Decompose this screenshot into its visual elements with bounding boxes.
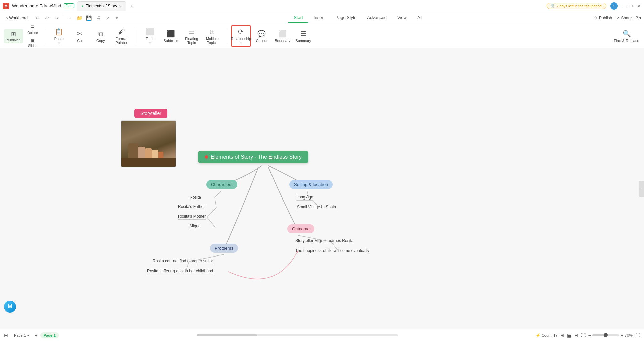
leaf-childhood[interactable]: Rosita suffering a lot in her childhood (147, 269, 213, 274)
sidebar-toggle[interactable]: ‹ (639, 181, 644, 197)
canvas[interactable]: Storyteller Elements of Story - The Endl… (0, 48, 644, 329)
tab-page-style[interactable]: Page Style (330, 13, 362, 23)
window-controls: — □ ✕ (622, 4, 641, 8)
slides-icon: ▣ (30, 38, 35, 43)
tab-ai[interactable]: AI (412, 13, 427, 23)
avatar[interactable]: S (610, 2, 618, 10)
topic-button[interactable]: ⬜ Topic ▾ (140, 26, 160, 46)
fit-icon[interactable]: ⊞ (560, 333, 564, 338)
cut-button[interactable]: ✂ Cut (70, 27, 90, 46)
tab-close[interactable]: ✕ (119, 4, 122, 8)
save-button[interactable]: 💾 (85, 14, 93, 22)
count-icon: ⚡ (536, 333, 541, 338)
main-node[interactable]: Elements of Story - The Endless Story (198, 151, 308, 163)
leaf-long-ago[interactable]: Long Ago (296, 195, 313, 201)
multiple-topics-icon: ⊞ (209, 27, 215, 36)
mindmap-icon: ⊞ (11, 30, 16, 38)
page-add-icon[interactable]: + (35, 333, 38, 338)
copy-icon: ⧉ (98, 30, 103, 38)
relationship-button[interactable]: ⟳ Relationship ▾ (231, 25, 251, 47)
workbench-button[interactable]: ⌂ Workbench (3, 14, 32, 22)
callout-button[interactable]: 💬 Callout (252, 27, 272, 46)
zoom-thumb[interactable] (604, 333, 608, 337)
expand-icon[interactable]: ⛶ (635, 333, 640, 338)
setting-label: Setting & location (294, 182, 328, 187)
problems-branch[interactable]: Problems (210, 244, 238, 253)
undo-button[interactable]: ↩ (34, 14, 42, 22)
characters-branch[interactable]: Characters (206, 180, 237, 189)
zoom-in-icon[interactable]: + (621, 333, 623, 338)
cut-icon: ✂ (77, 30, 83, 38)
leaf-mother[interactable]: Rosita's Mother (178, 214, 206, 220)
tab-label: Elements of Story (86, 4, 117, 8)
floating-topic-button[interactable]: ▭ Floating Topic (182, 26, 202, 46)
leaf-suitor[interactable]: Rosita can not find a proper suitor (153, 259, 213, 264)
open-button[interactable]: 📁 (76, 14, 84, 22)
redo-button[interactable]: ↪ (52, 14, 60, 22)
trial-badge: 🛒 2 days left in the trial period. (547, 3, 606, 9)
svg-line-2 (207, 208, 216, 217)
outline-view-button[interactable]: ☰ Outline (24, 23, 41, 36)
boundary-button[interactable]: ⬜ Boundary (273, 27, 293, 46)
format-painter-icon: 🖌 (118, 28, 125, 36)
multiple-topics-button[interactable]: ⊞ Multiple Topics (202, 26, 222, 46)
zoom-control: − + 70% (588, 333, 633, 338)
tab-elements-of-story[interactable]: ● Elements of Story ✕ (77, 1, 126, 11)
tab-advanced[interactable]: Advanced (362, 13, 392, 23)
layout-icon[interactable]: ▣ (567, 333, 572, 338)
share-button[interactable]: ↗ Share (616, 16, 632, 20)
topic-arrow: ▾ (149, 42, 151, 45)
page-1-tab[interactable]: Page-1 ▾ (11, 332, 32, 338)
undo-button2[interactable]: ↩ (43, 14, 51, 22)
leaf-marries[interactable]: Storyteller Miguel marries Rosita (295, 238, 353, 244)
help-button[interactable]: ? ▾ (636, 16, 641, 20)
more-button[interactable]: ▾ (113, 14, 121, 22)
edit-group: 📋 Paste ▾ ✂ Cut ⧉ Copy 🖌 Format Painter (49, 26, 132, 46)
active-page-tab[interactable]: Page-1 (40, 332, 59, 338)
leaf-father[interactable]: Rosita's Father (178, 204, 205, 210)
paste-button[interactable]: 📋 Paste ▾ (49, 26, 69, 46)
app-logo: M (3, 3, 9, 9)
export-button[interactable]: ↗ (104, 14, 112, 22)
grid-icon[interactable]: ⊟ (574, 333, 578, 338)
count-badge: ⚡ Count: 17 (536, 333, 558, 338)
leaf-rosita[interactable]: Rosita (190, 195, 201, 201)
subtopic-icon: ⬛ (166, 30, 175, 38)
maximize-button[interactable]: □ (629, 4, 634, 8)
mindmap-view-button[interactable]: ⊞ MindMap (4, 29, 23, 43)
find-replace-button[interactable]: 🔍 Find & Replace (613, 27, 640, 46)
print-button[interactable]: 🖨 (94, 14, 102, 22)
menu-right: ✈ Publish ↗ Share ? ▾ (594, 16, 641, 20)
setting-branch[interactable]: Setting & location (289, 180, 333, 189)
zoom-out-icon[interactable]: − (588, 333, 591, 338)
storyteller-node[interactable]: Storyteller (134, 109, 167, 118)
close-button[interactable]: ✕ (637, 4, 641, 8)
subtopic-button[interactable]: ⬛ Subtopic (161, 27, 181, 46)
format-painter-button[interactable]: 🖌 Format Painter (111, 26, 132, 46)
leaf-village[interactable]: Small Village in Spain (297, 205, 336, 210)
outline-icon: ☰ (30, 25, 35, 30)
leaf-miguel[interactable]: Miguel (190, 224, 201, 229)
minimize-button[interactable]: — (622, 4, 627, 8)
tab-add-button[interactable]: + (128, 2, 136, 10)
publish-button[interactable]: ✈ Publish (594, 16, 612, 20)
status-bar: ⊞ Page-1 ▾ + Page-1 ⚡ Count: 17 ⊞ ▣ ⊟ ⛶ … (0, 329, 644, 341)
zoom-slider[interactable] (592, 334, 619, 336)
leaf-happiness[interactable]: The happiness of life will come eventual… (295, 248, 369, 254)
relationship-icon: ⟳ (238, 27, 244, 36)
title-bar-right: 🛒 2 days left in the trial period. S — □… (547, 2, 641, 10)
horizontal-scrollbar[interactable] (197, 334, 398, 336)
slides-view-button[interactable]: ▣ Slides (25, 37, 40, 49)
story-image[interactable] (121, 120, 176, 167)
new-button[interactable]: + (66, 14, 74, 22)
outcome-branch[interactable]: Outcome (287, 224, 314, 233)
tab-start[interactable]: Start (288, 13, 308, 23)
tab-insert[interactable]: Insert (308, 13, 330, 23)
summary-button[interactable]: ☰ Summary (293, 27, 313, 46)
copy-button[interactable]: ⧉ Copy (91, 27, 111, 46)
page-dropdown-icon: ▾ (27, 334, 29, 337)
scrollbar-thumb[interactable] (197, 334, 257, 336)
fullscreen-icon[interactable]: ⛶ (581, 333, 586, 338)
tab-view[interactable]: View (392, 13, 412, 23)
svg-line-1 (215, 197, 216, 208)
